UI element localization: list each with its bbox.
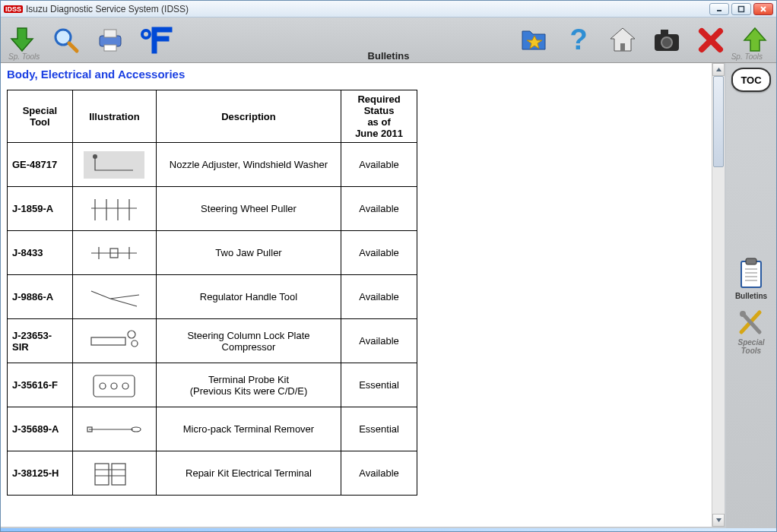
favorites-button[interactable]	[519, 25, 550, 55]
tool-id-cell: J-38125-H	[8, 451, 73, 496]
table-row: J-35616-FTerminal Probe Kit (Previous Ki…	[8, 363, 417, 407]
tool-illustration	[80, 324, 148, 359]
help-icon: ?	[563, 25, 594, 55]
units-button[interactable]	[139, 25, 173, 55]
status-cell: Available	[341, 143, 417, 187]
table-row: J-8433Two Jaw PullerAvailable	[8, 231, 417, 275]
rail-special-tools[interactable]: Special Tools	[737, 306, 766, 355]
minimize-button[interactable]	[709, 3, 729, 15]
svg-rect-40	[746, 258, 756, 264]
description-cell: Two Jaw Puller	[156, 231, 341, 275]
illustration-cell	[72, 363, 156, 407]
home-button[interactable]	[607, 25, 638, 55]
svg-marker-38	[716, 518, 722, 522]
maximize-button[interactable]	[731, 3, 751, 15]
illustration-cell	[72, 187, 156, 231]
description-cell: Repair Kit Electrical Terminal	[156, 451, 341, 496]
download-button[interactable]	[7, 25, 37, 55]
print-button[interactable]	[95, 25, 125, 55]
sp-tools-left-label: Sp. Tools	[8, 52, 40, 61]
rail-bulletins-label: Bulletins	[735, 292, 767, 300]
svg-rect-33	[95, 464, 109, 485]
description-cell: Steering Wheel Puller	[156, 187, 341, 231]
illustration-cell	[72, 407, 156, 451]
svg-point-22	[93, 154, 97, 159]
window-controls	[709, 3, 773, 15]
svg-point-30	[122, 383, 128, 389]
rail-bulletins[interactable]: Bulletins	[735, 257, 767, 300]
close-button[interactable]	[753, 3, 773, 15]
cancel-button[interactable]	[696, 25, 726, 55]
body-area: Body, Electrical and Accessories Special…	[1, 63, 776, 528]
status-cell: Available	[341, 319, 417, 363]
svg-rect-1	[739, 6, 744, 11]
table-row: GE-48717Nozzle Adjuster, Windshield Wash…	[8, 143, 417, 187]
home-icon	[607, 25, 638, 55]
illustration-cell	[72, 231, 156, 275]
svg-text:?: ?	[569, 25, 587, 55]
x-icon	[696, 25, 726, 55]
description-cell: Micro-pack Terminal Remover	[156, 407, 341, 451]
illustration-cell	[72, 275, 156, 319]
toc-button[interactable]: TOC	[731, 68, 771, 92]
tool-id-cell: J-35689-A	[8, 407, 73, 451]
svg-rect-34	[112, 464, 125, 485]
tool-illustration	[80, 368, 148, 403]
illustration-cell	[72, 319, 156, 363]
camera-icon	[652, 25, 682, 55]
scroll-track[interactable]	[712, 76, 725, 514]
document-scroll[interactable]: Body, Electrical and Accessories Special…	[1, 63, 712, 527]
scroll-thumb[interactable]	[713, 76, 724, 167]
upload-button[interactable]	[740, 25, 770, 55]
folder-star-icon	[519, 25, 550, 55]
tool-illustration	[80, 412, 148, 447]
description-cell: Regulator Handle Tool	[156, 275, 341, 319]
search-button[interactable]	[51, 25, 81, 55]
svg-point-17	[661, 37, 672, 48]
right-rail: TOC Bulletins Special Tools	[726, 63, 776, 528]
svg-point-25	[128, 331, 135, 338]
fahrenheit-icon	[139, 25, 173, 55]
description-cell: Steering Column Lock Plate Compressor	[156, 319, 341, 363]
svg-point-10	[142, 30, 150, 38]
table-row: J-9886-ARegulator Handle ToolAvailable	[8, 275, 417, 319]
status-cell: Essential	[341, 407, 417, 451]
svg-point-26	[132, 340, 138, 347]
svg-rect-8	[104, 30, 116, 37]
rail-special-tools-label: Special Tools	[737, 338, 764, 355]
svg-rect-24	[91, 337, 125, 345]
svg-rect-9	[104, 45, 116, 51]
help-button[interactable]: ?	[563, 25, 594, 55]
window-title: Isuzu Diagnostic Service System (IDSS)	[26, 4, 189, 14]
tools-icon	[737, 306, 766, 337]
screenshot-button[interactable]	[652, 25, 682, 55]
svg-rect-16	[661, 30, 668, 34]
table-row: J-35689-AMicro-pack Terminal RemoverEsse…	[8, 407, 417, 451]
search-icon	[51, 25, 81, 55]
svg-point-28	[100, 383, 106, 389]
svg-rect-21	[84, 151, 144, 179]
svg-marker-4	[11, 28, 33, 51]
col-header-illustration: Illustration	[72, 90, 156, 143]
tool-illustration	[80, 280, 148, 315]
app-badge: IDSS	[4, 5, 23, 13]
svg-rect-14	[620, 43, 625, 51]
table-row: J-1859-ASteering Wheel PullerAvailable	[8, 187, 417, 231]
content-pane: Body, Electrical and Accessories Special…	[1, 63, 725, 527]
svg-point-29	[111, 383, 117, 389]
col-header-description: Description	[156, 90, 341, 143]
app-window: IDSS Isuzu Diagnostic Service System (ID…	[0, 0, 777, 532]
scroll-up-button[interactable]	[712, 63, 725, 76]
svg-marker-37	[716, 68, 722, 71]
status-cell: Essential	[341, 363, 417, 407]
svg-line-6	[69, 43, 77, 51]
vertical-scrollbar[interactable]	[712, 63, 725, 527]
svg-marker-20	[744, 28, 766, 51]
tool-id-cell: J-9886-A	[8, 275, 73, 319]
status-cell: Available	[341, 275, 417, 319]
tool-id-cell: J-35616-F	[8, 363, 73, 407]
svg-rect-39	[741, 261, 761, 287]
illustration-cell	[72, 143, 156, 187]
scroll-down-button[interactable]	[712, 514, 725, 527]
tool-id-cell: J-23653-SIR	[8, 319, 73, 363]
